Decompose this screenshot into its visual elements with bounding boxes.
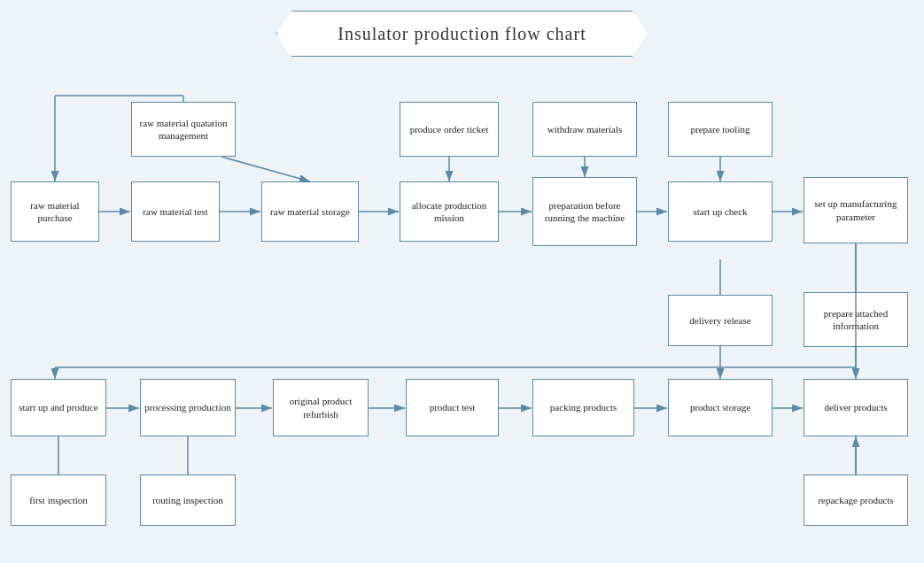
box-start-up-produce: start up and produce	[11, 379, 106, 436]
box-deliver-products: deliver products	[804, 379, 908, 436]
svg-line-11	[221, 157, 310, 181]
diagram-container: Insulator production flow chart raw mate…	[0, 0, 924, 563]
box-processing-production: processing production	[140, 379, 236, 436]
box-original-product: original product refurbish	[273, 379, 369, 436]
box-product-test: product test	[406, 379, 499, 436]
box-prepare-attached: prepare attached information	[804, 292, 908, 347]
box-raw-material-quatation: raw material quatation management	[131, 102, 236, 157]
box-packing-products: packing products	[532, 379, 634, 436]
box-allocate-production: allocate production mission	[400, 181, 499, 242]
box-set-up-manufacturing: set up manufacturing parameter	[804, 177, 908, 243]
box-prepare-tooling: prepare tooling	[668, 102, 773, 157]
box-start-up-check: start up check	[668, 181, 773, 242]
title-banner: Insulator production flow chart	[276, 11, 648, 57]
box-repackage-products: repackage products	[804, 474, 908, 526]
box-produce-order-ticket: produce order ticket	[400, 102, 499, 157]
box-routing-inspection: routing inspection	[140, 474, 236, 526]
box-first-inspection: first inspection	[11, 474, 106, 526]
box-raw-material-purchase: raw material purchase	[11, 181, 99, 242]
box-withdraw-materials: withdraw materials	[532, 102, 637, 157]
box-raw-material-test: raw material test	[131, 181, 220, 242]
box-product-storage: product storage	[668, 379, 773, 436]
arrows-svg	[0, 0, 924, 563]
box-raw-material-storage: raw material storage	[261, 181, 359, 242]
title-text: Insulator production flow chart	[338, 24, 586, 44]
box-preparation-before: preparation before running the machine	[532, 177, 637, 246]
box-delivery-release: delivery release	[668, 295, 773, 346]
